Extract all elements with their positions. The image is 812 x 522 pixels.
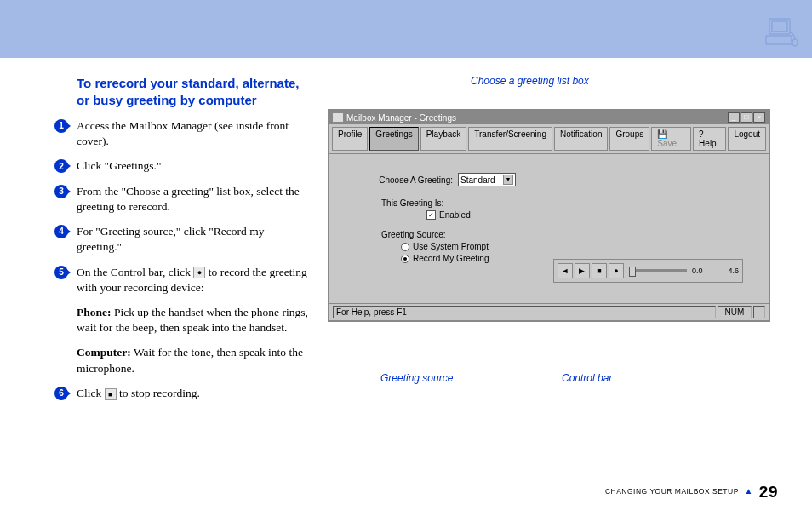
enabled-label: Enabled — [439, 210, 471, 220]
step-1: 1 Access the Mailbox Manager (see inside… — [77, 118, 311, 149]
record-icon: ● — [193, 267, 205, 278]
choose-greeting-row: Choose A Greeting: Standard ▼ — [360, 173, 738, 186]
step-text: Access the Mailbox Manager (see inside f… — [77, 119, 289, 147]
opt-label: Use System Prompt — [413, 242, 489, 251]
prev-button[interactable]: ◄ — [558, 263, 573, 278]
enabled-row: ✓ Enabled — [426, 210, 738, 220]
step-text: For "Greeting source," click "Record my … — [77, 225, 264, 253]
step-5: 5 On the Control bar, click ● to record … — [77, 265, 311, 295]
logout-button[interactable]: Logout — [728, 127, 766, 151]
step-6: 6 Click ■ to stop recording. — [77, 386, 311, 401]
step-badge: 3 — [54, 185, 68, 198]
transfer-tab[interactable]: Transfer/Screening — [468, 127, 552, 151]
playback-tab[interactable]: Playback — [420, 127, 467, 151]
page-number: 29 — [759, 483, 778, 501]
page-banner — [0, 0, 812, 58]
step-5-phone: Phone: Pick up the handset when the phon… — [77, 305, 311, 336]
callout-greeting-source: Greeting source — [380, 372, 453, 385]
profile-tab[interactable]: Profile — [332, 127, 368, 151]
triangle-icon: ▲ — [745, 486, 753, 496]
step-badge: 2 — [54, 159, 68, 173]
app-window: Mailbox Manager - Greetings _ □ × Profil… — [328, 109, 770, 322]
step-text-b: to stop recording. — [117, 387, 200, 399]
stop-button[interactable]: ■ — [592, 263, 607, 278]
step-badge: 6 — [54, 387, 68, 400]
step-text: Click "Greetings." — [77, 159, 162, 172]
dropdown-value: Standard — [460, 175, 495, 185]
window-controls: _ □ × — [728, 112, 765, 123]
time-end: 4.6 — [728, 267, 739, 275]
use-system-prompt-row: Use System Prompt — [401, 242, 738, 251]
notification-tab[interactable]: Notification — [554, 127, 608, 151]
step-4: 4 For "Greeting source," click "Record m… — [77, 224, 311, 255]
time-start: 0.0 — [692, 267, 703, 275]
screenshot-column: Choose a greeting list box Mailbox Manag… — [328, 75, 778, 410]
position-slider[interactable] — [629, 269, 687, 272]
minimize-button[interactable]: _ — [728, 112, 740, 123]
svg-rect-1 — [772, 21, 787, 32]
window-titlebar: Mailbox Manager - Greetings _ □ × — [329, 111, 769, 124]
app-icon — [333, 113, 343, 122]
status-num: NUM — [718, 306, 752, 318]
step-text: From the "Choose a greeting" list box, s… — [77, 185, 300, 213]
main-content: To rerecord your standard, alternate, or… — [0, 58, 812, 410]
play-button[interactable]: ▶ — [575, 263, 590, 278]
window-title-text: Mailbox Manager - Greetings — [346, 113, 456, 123]
greetings-form: Choose A Greeting: Standard ▼ This Greet… — [329, 154, 769, 303]
status-resize-grip — [753, 306, 765, 318]
close-button[interactable]: × — [753, 112, 765, 123]
section-heading: To rerecord your standard, alternate, or… — [77, 75, 311, 108]
control-bar: ◄ ▶ ■ ● 0.0 4.6 — [553, 259, 743, 283]
instructions-column: To rerecord your standard, alternate, or… — [34, 75, 328, 410]
greeting-is-label: This Greeting Is: — [381, 198, 738, 208]
step-badge: 5 — [54, 266, 68, 279]
svg-point-3 — [792, 39, 798, 46]
step-2: 2 Click "Greetings." — [77, 158, 311, 174]
page-footer: CHANGING YOUR MAILBOX SETUP ▲ 29 — [605, 483, 778, 502]
groups-tab[interactable]: Groups — [609, 127, 649, 151]
footer-section: CHANGING YOUR MAILBOX SETUP — [605, 487, 739, 496]
step-text-a: On the Control bar, click — [77, 266, 193, 278]
callout-greeting-listbox: Choose a greeting list box — [471, 75, 589, 88]
save-label: Save — [657, 139, 677, 148]
status-bar: For Help, press F1 NUM — [329, 303, 769, 320]
computer-icon — [764, 17, 800, 53]
callout-control-bar: Control bar — [562, 372, 612, 385]
greeting-source-label: Greeting Source: — [381, 230, 738, 239]
record-button[interactable]: ● — [609, 263, 624, 278]
phone-label: Phone: — [77, 306, 112, 318]
step-3: 3 From the "Choose a greeting" list box,… — [77, 184, 311, 215]
computer-label: Computer: — [77, 346, 131, 359]
step-badge: 1 — [54, 119, 68, 133]
step-list: 1 Access the Mailbox Manager (see inside… — [77, 118, 311, 401]
record-my-greeting-radio[interactable] — [401, 255, 409, 263]
choose-greeting-label: Choose A Greeting: — [360, 175, 458, 185]
step-5-computer: Computer: Wait for the tone, then speak … — [77, 345, 311, 376]
step-badge: 4 — [54, 225, 68, 238]
maximize-button[interactable]: □ — [741, 112, 752, 123]
choose-greeting-dropdown[interactable]: Standard ▼ — [458, 173, 516, 186]
status-help-text: For Help, press F1 — [333, 306, 716, 318]
opt-label: Record My Greeting — [413, 254, 489, 263]
stop-icon: ■ — [105, 388, 117, 400]
enabled-checkbox[interactable]: ✓ — [426, 210, 436, 220]
use-system-prompt-radio[interactable] — [401, 243, 409, 251]
help-button[interactable]: ? Help — [693, 127, 726, 151]
step-text-a: Click — [77, 387, 105, 399]
svg-rect-2 — [766, 36, 792, 44]
chevron-down-icon: ▼ — [503, 175, 513, 185]
save-button[interactable]: 💾 Save — [651, 127, 691, 151]
toolbar: Profile Greetings Playback Transfer/Scre… — [329, 124, 769, 154]
greetings-tab[interactable]: Greetings — [369, 127, 418, 151]
phone-text: Pick up the handset when the phone rings… — [77, 306, 308, 334]
